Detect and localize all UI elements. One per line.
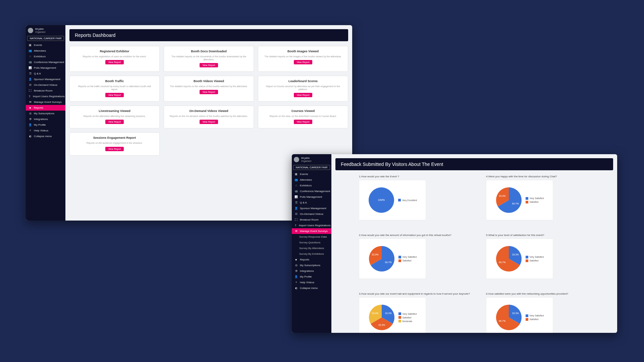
nav-item-on-demand-videos[interactable]: ⊡On-Demand Videos	[26, 82, 65, 88]
nav-item-attendees[interactable]: 👥Attendees	[292, 177, 331, 183]
nav-label: Events	[34, 44, 42, 47]
nav-item-survey-questions[interactable]: Survey Questions	[292, 240, 331, 245]
legend-swatch	[398, 256, 401, 258]
nav-item-my-subscriptions[interactable]: ◎My Subscriptions	[292, 262, 331, 268]
event-selector[interactable]: NATIONAL CAREER FAIR	[27, 36, 64, 41]
view-report-button[interactable]: View Report	[200, 63, 218, 67]
legend-swatch	[398, 320, 401, 322]
nav-item-survey-by-attendees[interactable]: Survey By Attendees	[292, 245, 331, 251]
nav-label: Events	[300, 173, 308, 176]
nav-label: My Profile	[34, 123, 46, 126]
nav-item-q-a[interactable]: ☰Q & A	[26, 71, 65, 76]
nav-item-collapse-menu[interactable]: ◐Collapse menu	[26, 133, 65, 139]
nav-item-import-users-registrations[interactable]: ⇪Import Users Registrations	[26, 94, 65, 99]
legend-item: Satisfied	[526, 259, 544, 262]
nav-item-my-subscriptions[interactable]: ◎My Subscriptions	[26, 111, 65, 116]
legend-swatch	[398, 259, 401, 262]
nav-item-conference-management[interactable]: 📹Conference Management	[26, 59, 65, 65]
nav-label: Conference Management	[34, 61, 64, 64]
collapse-icon: ◐	[29, 135, 32, 138]
nav-item-my-profile[interactable]: 👤My Profile	[26, 122, 65, 128]
nav-item-reports[interactable]: ■Reports	[292, 257, 331, 262]
nav-label: Manage Event Surveys	[34, 101, 62, 104]
view-report-button[interactable]: View Report	[200, 90, 218, 94]
nav-item-integrations[interactable]: ⚙Integrations	[292, 268, 331, 274]
pie-chart: 33.3%33.3%33.3%Very SatisfiedSatisfiedMo…	[359, 297, 426, 333]
nav-item-attendees[interactable]: 👥Attendees	[26, 48, 65, 54]
nav-item-help-videos[interactable]: ?Help Videos	[292, 280, 331, 285]
legend-swatch	[526, 201, 528, 203]
nav-label: Exhibitors	[300, 184, 312, 187]
nav-item-polls-management[interactable]: 📊Polls Management	[292, 194, 331, 200]
nav-label: Survey Questions	[299, 241, 320, 244]
question-title: 4.Were you happy with the time for discu…	[486, 175, 603, 178]
report-card: Registered ExhibitorReports on the regis…	[69, 46, 160, 72]
nav-item-import-users-registrations[interactable]: ⇪Import Users Registrations	[292, 223, 331, 228]
nav-label: Exhibitors	[34, 55, 46, 58]
legend-label: Very Satisfied	[402, 256, 417, 258]
nav-item-polls-management[interactable]: 📊Polls Management	[26, 65, 65, 71]
view-report-button[interactable]: View Report	[105, 120, 123, 124]
help-icon: ?	[29, 129, 32, 132]
nav-item-survey-response-data[interactable]: Survey Response Data	[292, 234, 331, 240]
view-report-button[interactable]: View Report	[105, 93, 123, 97]
user-block[interactable]: Hi john Organizer	[26, 25, 65, 35]
nav-item-survey-by-exhibitors[interactable]: Survey By Exhibitors	[292, 251, 331, 257]
nav-item-collapse-menu[interactable]: ◐Collapse menu	[292, 285, 331, 291]
view-report-button[interactable]: View Report	[294, 93, 312, 97]
report-card: Courses ViewedReports on the view, on th…	[258, 106, 348, 128]
nav-label: Help Videos	[300, 281, 314, 284]
subscriptions-icon: ◎	[294, 264, 298, 267]
chart-legend: Very SatisfiedSatisfiedModerate	[398, 312, 417, 322]
view-report-button[interactable]: View Report	[200, 120, 218, 124]
nav-item-reports[interactable]: ■Reports	[26, 105, 65, 111]
qa-icon: ☰	[29, 72, 32, 75]
user-block[interactable]: Hi john Organizer	[292, 154, 331, 164]
nav-item-breakout-room[interactable]: ⛶Breakout Room	[26, 88, 65, 94]
chart-legend: Very SatisfiedSatisfied	[526, 314, 544, 321]
chart-legend: Very SatisfiedSatisfied	[526, 256, 544, 262]
qa-icon: ☰	[294, 201, 298, 204]
nav-item-conference-management[interactable]: 📹Conference Management	[292, 188, 331, 194]
view-report-button[interactable]: View Report	[294, 60, 312, 64]
legend-item: Satisfied	[526, 201, 544, 203]
legend-item: Very Satisfied	[526, 314, 544, 317]
legend-label: Satisfied	[402, 259, 412, 262]
report-card-title: Booth Images Viewed	[287, 50, 319, 53]
nav-label: Survey By Exhibitors	[299, 252, 324, 255]
legend-label: Very Satisfied	[530, 256, 544, 258]
polls-icon: 📊	[29, 66, 32, 69]
nav-item-integrations[interactable]: ⚙Integrations	[26, 116, 65, 122]
nav-item-events[interactable]: ▦Events	[26, 42, 65, 48]
report-card: Booth Videos ViewedThe detailed reports …	[164, 76, 254, 102]
user-greeting: Hi john	[35, 28, 46, 31]
nav-item-q-a[interactable]: ☰Q & A	[292, 200, 331, 205]
view-report-button[interactable]: View Report	[105, 147, 123, 151]
polls-icon: 📊	[294, 195, 298, 198]
nav-item-my-profile[interactable]: 👤My Profile	[292, 274, 331, 280]
feedback-question: 3.How would you rate our event hall and …	[359, 292, 476, 333]
feedback-charts: 1.How would you rate the Event ?100%Very…	[359, 175, 603, 333]
question-title: 2.How would you rate the amount of infor…	[359, 234, 476, 237]
nav-item-manage-event-surveys[interactable]: ✉Manage Event Surveys	[292, 228, 331, 234]
nav-item-sponsor-management[interactable]: 👤Sponsor Management	[292, 205, 331, 211]
user-role: Organizer	[35, 31, 46, 34]
nav-item-help-videos[interactable]: ?Help Videos	[26, 128, 65, 133]
nav-item-exhibitors[interactable]: ⛬Exhibitors	[292, 183, 331, 188]
legend-swatch	[526, 256, 528, 258]
nav-item-exhibitors[interactable]: ⛬Exhibitors	[26, 54, 65, 59]
feedback-window: Hi john Organizer NATIONAL CAREER FAIR ▦…	[292, 154, 617, 333]
event-selector[interactable]: NATIONAL CAREER FAIR	[293, 165, 330, 170]
view-report-button[interactable]: View Report	[105, 60, 123, 64]
legend-item: Very Satisfied	[526, 256, 544, 258]
view-report-button[interactable]: View Report	[294, 120, 312, 124]
svg-text:66.7%: 66.7%	[499, 320, 505, 322]
nav-item-manage-event-surveys[interactable]: ✉Manage Event Surveys	[26, 99, 65, 105]
nav-label: Breakout Room	[300, 218, 319, 221]
nav-item-sponsor-management[interactable]: 👤Sponsor Management	[26, 76, 65, 82]
nav-item-events[interactable]: ▦Events	[292, 171, 331, 177]
nav-item-breakout-room[interactable]: ⛶Breakout Room	[292, 217, 331, 223]
report-card: On-Demand Videos ViewedReports on the On…	[164, 106, 254, 128]
report-card-desc: Reports on the attendees attending live …	[84, 115, 146, 118]
nav-item-on-demand-videos[interactable]: ⊡On-Demand Videos	[292, 211, 331, 217]
